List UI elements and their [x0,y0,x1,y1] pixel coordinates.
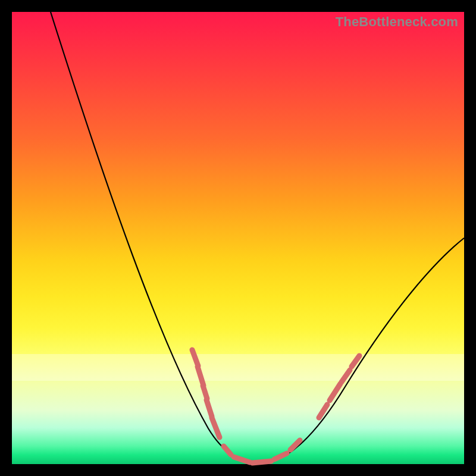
marker-seg [274,453,287,459]
bottleneck-curve [51,12,464,463]
marker-seg [203,386,207,399]
marker-seg [290,440,300,450]
chart-svg [12,12,464,464]
marker-seg [224,446,231,455]
marker-seg [234,457,250,462]
curve-markers [192,350,359,463]
marker-seg [192,350,198,366]
marker-seg [206,400,212,416]
chart-frame: TheBottleneck.com [12,12,464,464]
watermark-text: TheBottleneck.com [336,14,458,30]
marker-seg [252,461,271,463]
marker-seg [212,418,220,437]
marker-seg [198,367,203,386]
